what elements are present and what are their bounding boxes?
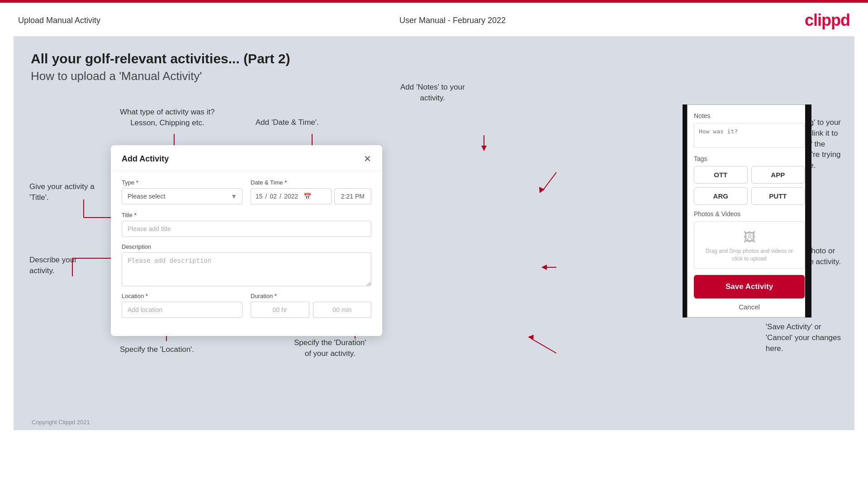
svg-marker-18 xyxy=(539,187,545,193)
date-day: 15 xyxy=(256,193,263,200)
main-subtitle: How to upload a 'Manual Activity' xyxy=(31,69,290,83)
photo-icon: 🖼 xyxy=(694,230,804,245)
tags-section-label: Tags xyxy=(694,155,805,162)
form-group-datetime: Date & Time * 15 / 02 / 2022 📅 2:21 PM xyxy=(251,179,371,204)
duration-hr-input[interactable] xyxy=(251,302,309,318)
form-row-type-date: Type * Please select ▼ Date & Time * xyxy=(122,179,371,204)
photos-section: Photos & Videos 🖼 Drag and Drop photos a… xyxy=(694,210,805,269)
tag-arg[interactable]: ARG xyxy=(694,187,748,205)
page-title: Upload Manual Activity xyxy=(18,16,100,25)
duration-inputs xyxy=(251,302,371,318)
svg-marker-22 xyxy=(528,335,534,340)
manual-title: User Manual - February 2022 xyxy=(399,16,506,25)
cancel-button[interactable]: Cancel xyxy=(694,303,805,311)
callout-duration: Specify the 'Duration'of your activity. xyxy=(294,337,366,359)
tag-ott[interactable]: OTT xyxy=(694,166,748,184)
tags-section: Tags OTT APP ARG PUTT xyxy=(694,155,805,205)
form-group-description: Description xyxy=(122,243,371,286)
modal-add-activity: Add Activity ✕ Type * Please select ▼ xyxy=(111,145,382,336)
logo: clippd xyxy=(805,11,850,30)
callout-title: Give your activity a'Title'. xyxy=(29,181,95,203)
footer-copyright: Copyright Clippd 2021 xyxy=(32,419,90,426)
location-input[interactable] xyxy=(122,302,242,318)
form-row-location-duration: Location * Duration * xyxy=(122,293,371,318)
callout-activity-type: What type of activity was it?Lesson, Chi… xyxy=(120,107,215,128)
left-side-bar xyxy=(683,104,687,317)
tag-app[interactable]: APP xyxy=(751,166,805,184)
save-activity-button[interactable]: Save Activity xyxy=(694,275,805,298)
modal-title: Add Activity xyxy=(122,154,169,164)
title-input[interactable] xyxy=(122,221,371,237)
time-input[interactable]: 2:21 PM xyxy=(334,188,371,204)
svg-line-17 xyxy=(543,172,556,190)
date-year: 2022 xyxy=(284,193,298,200)
svg-line-21 xyxy=(531,339,556,353)
form-group-location: Location * xyxy=(122,293,242,318)
calendar-icon[interactable]: 📅 xyxy=(304,193,311,200)
phone-panel: Notes Tags OTT APP ARG PUTT Photos & Vid… xyxy=(683,104,811,317)
notes-section-label: Notes xyxy=(694,112,805,119)
svg-marker-16 xyxy=(481,146,487,151)
form-group-title: Title * xyxy=(122,212,371,237)
photos-text: Drag and Drop photos and videos orclick … xyxy=(694,247,804,263)
tags-grid: OTT APP ARG PUTT xyxy=(694,166,805,205)
date-month: 02 xyxy=(270,193,277,200)
callout-describe: Describe youractivity. xyxy=(29,255,77,276)
main-title: All your golf-relevant activities... (Pa… xyxy=(31,51,290,66)
photos-upload-box[interactable]: 🖼 Drag and Drop photos and videos orclic… xyxy=(694,221,805,269)
description-label: Description xyxy=(122,243,371,250)
photos-section-label: Photos & Videos xyxy=(694,210,805,218)
type-select-wrap[interactable]: Please select ▼ xyxy=(122,188,242,204)
svg-marker-20 xyxy=(541,265,547,270)
panel-body: Notes Tags OTT APP ARG PUTT Photos & Vid… xyxy=(687,104,811,317)
tag-putt[interactable]: PUTT xyxy=(751,187,805,205)
form-group-type: Type * Please select ▼ xyxy=(122,179,242,204)
duration-label: Duration * xyxy=(251,293,371,299)
modal-body: Type * Please select ▼ Date & Time * xyxy=(111,171,382,318)
main-content: All your golf-relevant activities... (Pa… xyxy=(14,37,854,430)
description-input[interactable] xyxy=(122,252,371,286)
modal-header: Add Activity ✕ xyxy=(111,145,382,171)
form-group-duration: Duration * xyxy=(251,293,371,318)
type-select[interactable]: Please select xyxy=(122,188,242,204)
callout-save-cancel: 'Save Activity' or'Cancel' your changesh… xyxy=(766,322,841,354)
callout-location: Specify the 'Location'. xyxy=(120,344,194,355)
type-label: Type * xyxy=(122,179,242,186)
header: Upload Manual Activity User Manual - Feb… xyxy=(0,3,868,36)
duration-min-input[interactable] xyxy=(313,302,372,318)
modal-close-button[interactable]: ✕ xyxy=(364,153,371,164)
notes-textarea[interactable] xyxy=(694,123,805,148)
date-input[interactable]: 15 / 02 / 2022 📅 xyxy=(251,188,332,204)
title-label: Title * xyxy=(122,212,371,218)
location-label: Location * xyxy=(122,293,242,299)
callout-notes: Add 'Notes' to youractivity. xyxy=(400,82,465,104)
callout-date-time: Add 'Date & Time'. xyxy=(256,117,319,128)
datetime-label: Date & Time * xyxy=(251,179,371,186)
right-side-bar xyxy=(805,104,811,317)
